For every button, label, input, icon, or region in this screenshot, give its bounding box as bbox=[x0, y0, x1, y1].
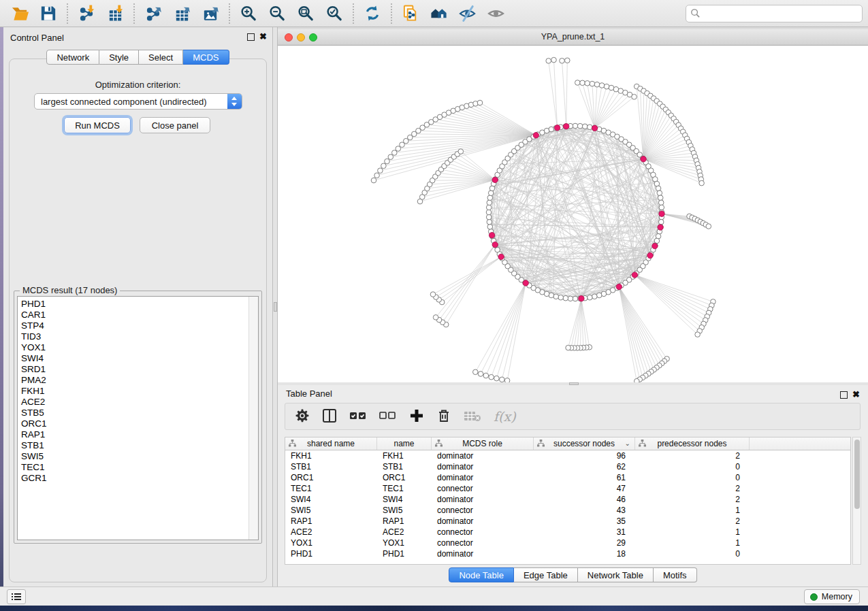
select-all-button[interactable] bbox=[349, 407, 367, 426]
mcds-result-item[interactable]: TEC1 bbox=[21, 462, 248, 473]
cell-name: ACE2 bbox=[377, 527, 432, 537]
hide-selected-button[interactable] bbox=[453, 2, 482, 25]
import-table-button[interactable] bbox=[101, 2, 129, 25]
open-file-icon bbox=[11, 4, 29, 22]
table-row[interactable]: ACE2ACE2connector311 bbox=[285, 527, 850, 538]
memory-button[interactable]: Memory bbox=[804, 589, 860, 604]
mcds-result-item[interactable]: SRD1 bbox=[21, 364, 248, 375]
deselect-all-button[interactable] bbox=[379, 407, 397, 426]
column-header-predecessor-nodes[interactable]: predecessor nodes bbox=[635, 437, 750, 450]
mcds-list-scrollbar[interactable] bbox=[248, 297, 258, 540]
table-row[interactable]: YOX1YOX1connector291 bbox=[285, 538, 850, 548]
table-row[interactable]: SWI4SWI4dominator462 bbox=[285, 494, 850, 505]
zoom-in-button[interactable] bbox=[234, 2, 263, 25]
mcds-result-item[interactable]: SWI5 bbox=[21, 451, 248, 462]
gear-button[interactable] bbox=[295, 407, 310, 426]
column-header-name[interactable]: name bbox=[377, 437, 432, 450]
search-icon bbox=[690, 8, 701, 18]
sort-menu-icon[interactable]: ⌄ bbox=[625, 440, 630, 447]
column-header-successor-nodes[interactable]: successor nodes⌄ bbox=[534, 437, 635, 450]
zoom-fit-button[interactable] bbox=[291, 2, 320, 25]
mcds-result-list[interactable]: PHD1CAR1STP4TID3YOX1SWI4SRD1PMA2FKH1ACE2… bbox=[17, 296, 259, 540]
open-file-button[interactable] bbox=[5, 2, 34, 25]
mcds-result-item[interactable]: SWI4 bbox=[21, 353, 248, 364]
table-scrollbar-thumb[interactable] bbox=[854, 440, 860, 509]
duplicate-network-button[interactable] bbox=[396, 2, 425, 25]
mcds-result-item[interactable]: STB5 bbox=[21, 408, 248, 418]
mcds-result-item[interactable]: TID3 bbox=[21, 331, 248, 342]
search-box bbox=[686, 5, 863, 22]
network-canvas[interactable] bbox=[278, 46, 868, 382]
cell-predecessor_nodes: 2 bbox=[635, 495, 750, 504]
show-all-icon bbox=[487, 4, 506, 22]
column-header-shared-name[interactable]: shared name bbox=[285, 437, 377, 450]
network-nodes[interactable] bbox=[371, 57, 716, 382]
cell-shared_name: SWI5 bbox=[285, 506, 377, 515]
zoom-selected-button[interactable] bbox=[320, 2, 349, 25]
mcds-result-item[interactable]: GCR1 bbox=[21, 473, 248, 484]
mcds-result-item[interactable]: STB1 bbox=[21, 440, 248, 451]
tab-motifs[interactable]: Motifs bbox=[654, 567, 697, 582]
mcds-result-item[interactable]: ACE2 bbox=[21, 397, 248, 408]
table-scrollbar[interactable] bbox=[852, 437, 861, 565]
table-row[interactable]: FKH1FKH1dominator962 bbox=[285, 450, 850, 461]
run-mcds-button[interactable]: Run MCDS bbox=[64, 117, 131, 133]
close-window-icon[interactable]: ✖ bbox=[259, 33, 267, 41]
optimization-criterion-dropdown[interactable]: largest connected component (undirected) bbox=[34, 93, 242, 110]
column-header-MCDS-role[interactable]: MCDS role bbox=[432, 437, 534, 450]
network-view-window: YPA_prune.txt_1 bbox=[278, 29, 868, 382]
vertical-splitter-handle[interactable] bbox=[274, 302, 277, 312]
vertical-splitter[interactable] bbox=[272, 27, 278, 587]
close-panel-button[interactable]: Close panel bbox=[140, 117, 210, 133]
tab-style[interactable]: Style bbox=[99, 50, 139, 65]
close-table-panel-icon[interactable]: ✖ bbox=[852, 391, 860, 399]
delete-column-button[interactable] bbox=[436, 407, 451, 426]
mcds-result-item[interactable]: ORC1 bbox=[21, 418, 248, 429]
tab-edge-table[interactable]: Edge Table bbox=[514, 567, 578, 582]
mcds-result-item[interactable]: CAR1 bbox=[21, 310, 248, 320]
table-row[interactable]: STB1STB1dominator620 bbox=[285, 461, 850, 472]
memory-status-icon bbox=[810, 593, 818, 601]
columns-button[interactable] bbox=[322, 407, 337, 426]
cell-name: YOX1 bbox=[377, 538, 432, 548]
tab-network-table[interactable]: Network Table bbox=[578, 567, 654, 582]
mcds-result-item[interactable]: FKH1 bbox=[21, 386, 248, 397]
export-network-button[interactable] bbox=[139, 2, 167, 25]
first-neighbors-button[interactable] bbox=[425, 2, 453, 25]
mcds-result-item[interactable]: PHD1 bbox=[21, 299, 248, 310]
function-builder-button: f(x) bbox=[494, 407, 516, 426]
float-window-icon[interactable] bbox=[247, 33, 255, 41]
import-network-button[interactable] bbox=[72, 2, 101, 25]
cell-predecessor_nodes: 0 bbox=[635, 549, 750, 559]
mcds-result-item[interactable]: RAP1 bbox=[21, 429, 248, 440]
tab-network[interactable]: Network bbox=[46, 50, 99, 65]
hide-selected-icon bbox=[459, 4, 477, 22]
delete-table-icon bbox=[464, 408, 481, 425]
mcds-result-item[interactable]: PMA2 bbox=[21, 375, 248, 386]
table-row[interactable]: RAP1RAP1dominator352 bbox=[285, 516, 850, 527]
cell-successor_nodes: 43 bbox=[534, 506, 635, 515]
cell-predecessor_nodes: 1 bbox=[635, 506, 750, 515]
tab-select[interactable]: Select bbox=[139, 50, 183, 65]
show-all-button[interactable] bbox=[482, 2, 511, 25]
mcds-result-item[interactable]: STP4 bbox=[21, 320, 248, 331]
gear-icon bbox=[295, 408, 310, 425]
export-table-button[interactable] bbox=[167, 2, 196, 25]
tab-mcds[interactable]: MCDS bbox=[183, 50, 229, 65]
save-session-button[interactable] bbox=[34, 2, 63, 25]
tab-node-table[interactable]: Node Table bbox=[449, 567, 514, 582]
cell-successor_nodes: 46 bbox=[534, 495, 635, 504]
table-row[interactable]: PHD1PHD1dominator180 bbox=[285, 548, 850, 559]
task-history-button[interactable] bbox=[7, 589, 26, 604]
search-input[interactable] bbox=[686, 5, 863, 22]
table-row[interactable]: SWI5SWI5connector431 bbox=[285, 505, 850, 516]
zoom-out-button[interactable] bbox=[263, 2, 291, 25]
float-table-panel-icon[interactable] bbox=[840, 391, 848, 399]
cell-shared_name: FKH1 bbox=[285, 451, 377, 461]
apply-layout-button[interactable] bbox=[358, 2, 387, 25]
table-row[interactable]: ORC1ORC1dominator610 bbox=[285, 472, 850, 483]
export-image-button[interactable] bbox=[196, 2, 225, 25]
add-column-button[interactable] bbox=[409, 407, 424, 426]
table-row[interactable]: TEC1TEC1connector472 bbox=[285, 483, 850, 494]
mcds-result-item[interactable]: YOX1 bbox=[21, 342, 248, 353]
